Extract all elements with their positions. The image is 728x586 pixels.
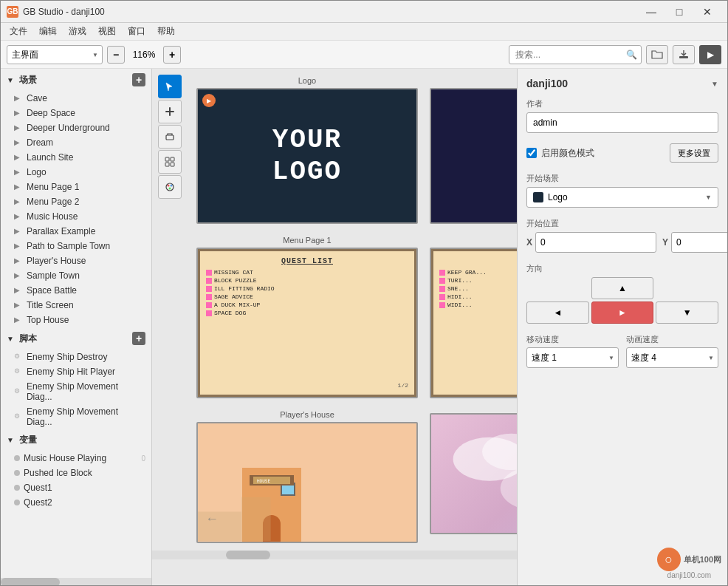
scene-card-menu1[interactable]: Menu Page 1 QUEST LIST MISSING CAT BLOCK… bbox=[196, 236, 418, 398]
sidebar-scrollbar[interactable] bbox=[1, 578, 151, 586]
y-group: Y bbox=[662, 232, 727, 253]
watermark-text: 单机100网 bbox=[684, 554, 721, 565]
export-button[interactable] bbox=[673, 45, 695, 64]
menu-help[interactable]: 帮助 bbox=[151, 24, 181, 39]
scene-card-image-menu1[interactable]: QUEST LIST MISSING CAT BLOCK PUZZLE bbox=[196, 248, 418, 398]
project-name: danji100 bbox=[526, 78, 568, 89]
menu-window[interactable]: 窗口 bbox=[122, 24, 151, 39]
sidebar-item-deeper-underground[interactable]: ▶ Deeper Underground bbox=[1, 120, 151, 135]
y-input[interactable] bbox=[671, 232, 727, 253]
panel-header: danji100 ▼ bbox=[526, 78, 718, 89]
watermark: ○ 单机100网 danji100.com bbox=[657, 548, 721, 579]
zoom-out-button[interactable]: − bbox=[107, 46, 125, 64]
sidebar-item-launch-site[interactable]: ▶ Launch Site bbox=[1, 150, 151, 165]
cursor-tool[interactable] bbox=[158, 75, 182, 98]
more-settings-button[interactable]: 更多设置 bbox=[670, 143, 718, 163]
menu-row-3: ILL FITTING RADIO bbox=[206, 285, 408, 292]
window-controls: — □ ✕ bbox=[637, 1, 721, 23]
svg-rect-3 bbox=[171, 157, 174, 161]
canvas-scrollbar-h[interactable] bbox=[152, 551, 517, 559]
color-mode-label: 启用颜色模式 bbox=[541, 147, 594, 160]
scene-card-image-players-house[interactable]: HOUSE ← bbox=[196, 422, 418, 543]
scene-card-clouds[interactable] bbox=[430, 410, 517, 543]
sidebar-item-parallax-example[interactable]: ▶ Parallax Example bbox=[1, 224, 151, 239]
menu-edit[interactable]: 编辑 bbox=[33, 24, 63, 39]
title-bar: GB GB Studio - danji100 — □ ✕ bbox=[1, 1, 727, 23]
zoom-in-button[interactable]: + bbox=[163, 46, 181, 64]
canvas-area[interactable]: Logo ▶ YOURLOGO Ti... SAG bbox=[152, 69, 517, 586]
sidebar-item-space-battle[interactable]: ▶ Space Battle bbox=[1, 283, 151, 298]
scripts-section-header[interactable]: ▼ 脚本 + bbox=[1, 327, 151, 350]
sidebar-item-title-screen[interactable]: ▶ Title Screen bbox=[1, 298, 151, 313]
scene-select[interactable]: 主界面 bbox=[7, 45, 103, 64]
sidebar-item-var-pushed-ice[interactable]: Pushed Ice Block bbox=[1, 466, 151, 480]
sidebar-item-logo[interactable]: ▶ Logo bbox=[1, 165, 151, 180]
sidebar-item-dream[interactable]: ▶ Dream bbox=[1, 135, 151, 150]
x-input[interactable] bbox=[535, 232, 656, 253]
scene-cards-grid: Logo ▶ YOURLOGO Ti... SAG bbox=[189, 69, 517, 551]
add-tool[interactable] bbox=[158, 100, 182, 123]
menu-game[interactable]: 游戏 bbox=[63, 24, 92, 39]
scene-card-menu2[interactable]: M... QU... KEEP GRA... TURI... bbox=[430, 236, 517, 398]
sidebar-item-music-house[interactable]: ▶ Music House bbox=[1, 209, 151, 224]
scenes-chevron: ▼ bbox=[7, 76, 14, 84]
scene-card-players-house[interactable]: Player's House HOUSE bbox=[196, 410, 418, 543]
close-button[interactable]: ✕ bbox=[693, 1, 721, 23]
search-icon: 🔍 bbox=[626, 50, 637, 60]
tiles-tool[interactable] bbox=[158, 150, 182, 174]
add-script-button[interactable]: + bbox=[132, 332, 145, 345]
start-scene-select[interactable]: Logo ▼ bbox=[526, 187, 718, 208]
color-mode-checkbox[interactable] bbox=[526, 148, 537, 158]
scene-card-image-menu2[interactable]: QU... KEEP GRA... TURI... bbox=[430, 248, 517, 398]
sidebar-item-deep-space[interactable]: ▶ Deep Space bbox=[1, 106, 151, 120]
sidebar-item-var-quest2[interactable]: Quest2 bbox=[1, 495, 151, 510]
sidebar-item-menu-page-2[interactable]: ▶ Menu Page 2 bbox=[1, 194, 151, 209]
svg-rect-2 bbox=[165, 157, 169, 161]
sidebar-item-sample-town[interactable]: ▶ Sample Town bbox=[1, 268, 151, 283]
scene-card-logo[interactable]: Logo ▶ YOURLOGO bbox=[196, 76, 418, 224]
menu-view[interactable]: 视图 bbox=[92, 24, 122, 39]
menu-file[interactable]: 文件 bbox=[4, 24, 33, 39]
sidebar-item-menu-page-1[interactable]: ▶ Menu Page 1 bbox=[1, 180, 151, 194]
panel-collapse-chevron[interactable]: ▼ bbox=[711, 80, 718, 88]
scene-card-image-clouds[interactable] bbox=[430, 413, 517, 534]
sidebar-item-players-house[interactable]: ▶ Player's House bbox=[1, 253, 151, 268]
sidebar-item-var-music-house[interactable]: Music House Playing 0 bbox=[1, 451, 151, 466]
scene-card-title[interactable]: Ti... SAG bbox=[430, 76, 517, 224]
svg-rect-0 bbox=[679, 56, 688, 58]
palette-tool[interactable] bbox=[158, 175, 182, 199]
menu-checkbox-2 bbox=[206, 278, 212, 284]
author-input[interactable] bbox=[526, 112, 718, 133]
sidebar-item-enemy-ship-hit[interactable]: ⚙ Enemy Ship Hit Player bbox=[1, 364, 151, 379]
eraser-tool[interactable] bbox=[158, 125, 182, 149]
scene-icon: ▶ bbox=[14, 168, 23, 177]
sidebar-item-path-sample-town[interactable]: ▶ Path to Sample Town bbox=[1, 239, 151, 253]
folder-button[interactable] bbox=[646, 45, 668, 64]
play-button[interactable]: ▶ bbox=[699, 45, 721, 64]
sidebar-item-cave[interactable]: ▶ Cave bbox=[1, 91, 151, 106]
start-pos-section: 开始位置 X Y bbox=[526, 218, 718, 253]
sidebar-item-enemy-ship-movement-1[interactable]: ⚙ Enemy Ship Movement Diag... bbox=[1, 379, 151, 404]
menu-checkbox-6 bbox=[206, 310, 212, 316]
dir-btn-right[interactable]: ► bbox=[591, 301, 654, 324]
scenes-section-header[interactable]: ▼ 场景 + bbox=[1, 69, 151, 91]
minimize-button[interactable]: — bbox=[637, 1, 665, 23]
watermark-logo-row: ○ 单机100网 bbox=[657, 548, 721, 571]
search-input[interactable] bbox=[509, 45, 642, 64]
scene-card-image-title[interactable]: SAG bbox=[430, 88, 517, 224]
sidebar-item-var-quest1[interactable]: Quest1 bbox=[1, 480, 151, 495]
dir-btn-left[interactable]: ◄ bbox=[526, 301, 589, 324]
clouds-scene-preview bbox=[431, 415, 517, 533]
maximize-button[interactable]: □ bbox=[665, 1, 693, 23]
sidebar-item-top-house[interactable]: ▶ Top House bbox=[1, 313, 151, 327]
vars-section-header[interactable]: ▼ 变量 bbox=[1, 429, 151, 451]
move-speed-select[interactable]: 速度 1 速度 2 速度 3 bbox=[526, 347, 619, 368]
anim-speed-select[interactable]: 速度 4 速度 2 速度 8 bbox=[626, 347, 718, 368]
dir-btn-down[interactable]: ▼ bbox=[656, 301, 718, 324]
sidebar-item-enemy-ship-destroy[interactable]: ⚙ Enemy Ship Destroy bbox=[1, 350, 151, 364]
add-scene-button[interactable]: + bbox=[132, 73, 145, 86]
scene-card-image-logo[interactable]: ▶ YOURLOGO bbox=[196, 88, 418, 224]
dir-btn-up[interactable]: ▲ bbox=[591, 277, 654, 299]
sidebar-item-enemy-ship-movement-2[interactable]: ⚙ Enemy Ship Movement Diag... bbox=[1, 404, 151, 429]
xy-row: X Y bbox=[526, 232, 718, 253]
